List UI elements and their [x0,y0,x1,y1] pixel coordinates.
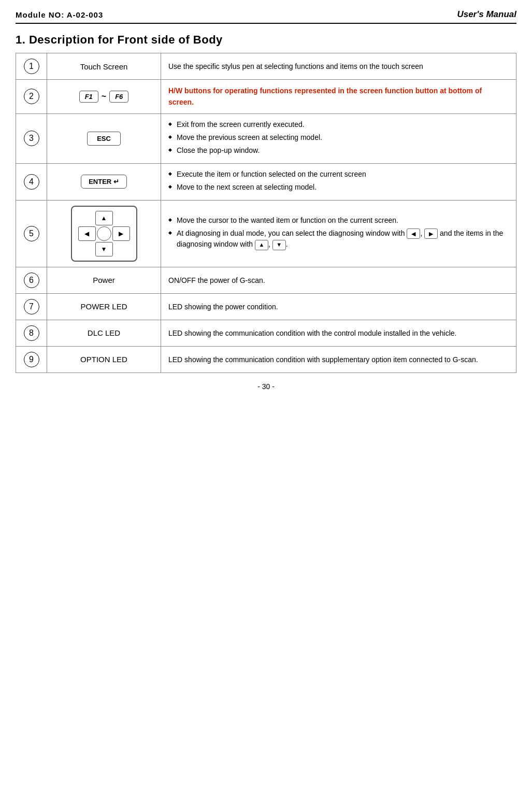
row-desc: Exit from the screen currently executed.… [161,113,516,163]
row-num: 8 [16,320,47,346]
row-num: 1 [16,53,47,80]
bullet-item: Move to the next screen at selecting mod… [168,182,509,193]
dpad-top-row: ▲ [95,211,113,225]
circle-number: 2 [24,89,39,104]
row-desc: Use the specific stylus pen at selecting… [161,53,516,80]
dpad-bullet-1: Move the cursor to the wanted item or fu… [168,215,509,226]
circle-number: 4 [24,174,39,190]
row-label: ESC [47,113,161,163]
circle-number: 7 [24,299,39,314]
tilde: ~ [102,92,106,101]
bullet-item: Move the previous screen at selecting mo… [168,132,509,143]
row-label: ENTER ↵ [47,163,161,200]
table-row: 5 ▲ ◀ ▶ ▼ Move the cursor [16,200,516,267]
row-num: 6 [16,267,47,293]
bullet-item: Execute the item or function selected on… [168,169,509,180]
row-desc: H/W buttons for operating functions repr… [161,80,516,114]
row-label: Power [47,267,161,293]
label-text: Power [93,276,115,284]
circle-number: 6 [24,273,39,288]
row-label: ▲ ◀ ▶ ▼ [47,200,161,267]
dpad-center-button [97,226,111,241]
dpad-bottom-row: ▼ [95,242,113,256]
dpad-down-button: ▼ [95,242,113,256]
module-no: Module NO: A-02-003 [16,10,103,19]
main-table: 1Touch ScreenUse the specific stylus pen… [16,53,516,373]
desc-text: ON/OFF the power of G-scan. [168,275,509,286]
bullet-item: Exit from the screen currently executed. [168,119,509,130]
label-text: POWER LED [80,302,127,311]
table-row: 7POWER LEDLED showing the power conditio… [16,293,516,320]
row-desc: ON/OFF the power of G-scan. [161,267,516,293]
dpad-bullet-list: Move the cursor to the wanted item or fu… [168,215,509,250]
row-num: 7 [16,293,47,320]
circle-number: 9 [24,352,39,367]
row-label: OPTION LED [47,346,161,373]
row-desc: Move the cursor to the wanted item or fu… [161,200,516,267]
desc-text: Use the specific stylus pen at selecting… [168,61,509,72]
f6-button: F6 [109,91,128,103]
table-row: 3ESCExit from the screen currently execu… [16,113,516,163]
label-text: Touch Screen [80,62,128,71]
bullet-list: Execute the item or function selected on… [168,169,509,193]
desc-text: LED showing the communication condition … [168,327,509,339]
dpad-left-button: ◀ [78,226,96,241]
row-desc: LED showing the communication condition … [161,320,516,346]
dpad-up-button: ▲ [95,211,113,225]
left-inline-btn: ◀ [407,228,420,239]
bullet-list: Exit from the screen currently executed.… [168,119,509,156]
row-desc: Execute the item or function selected on… [161,163,516,200]
right-inline-btn: ▶ [424,228,438,239]
row-num: 9 [16,346,47,373]
table-row: 1Touch ScreenUse the specific stylus pen… [16,53,516,80]
table-row: 4ENTER ↵Execute the item or function sel… [16,163,516,200]
dpad-middle-row: ◀ ▶ [78,226,130,241]
circle-number: 1 [24,59,39,74]
page-header: Module NO: A-02-003 User's Manual [16,9,516,24]
f1-button: F1 [79,91,98,103]
label-text: OPTION LED [80,355,127,364]
row-label: POWER LED [47,293,161,320]
desc-text: LED showing the power condition. [168,301,509,312]
manual-title: User's Manual [457,9,516,20]
row-label: Touch Screen [47,53,161,80]
dpad-wrapper: ▲ ◀ ▶ ▼ [71,206,137,262]
row-label: DLC LED [47,320,161,346]
label-text: DLC LED [88,328,120,337]
row-desc: LED showing the power condition. [161,293,516,320]
esc-button: ESC [87,132,121,146]
circle-number: 5 [24,226,39,241]
down-inline-btn: ▼ [272,240,286,250]
row-num: 2 [16,80,47,114]
table-row: 6PowerON/OFF the power of G-scan. [16,267,516,293]
row-num: 5 [16,200,47,267]
row-num: 4 [16,163,47,200]
row-label: F1 ~ F6 [47,80,161,114]
table-row: 2 F1 ~ F6 H/W buttons for operating func… [16,80,516,114]
dpad-right-button: ▶ [112,226,130,241]
bullet-item: Close the pop-up window. [168,145,509,156]
desc-red-text: H/W buttons for operating functions repr… [168,85,509,108]
row-desc: LED showing the communication condition … [161,346,516,373]
circle-number: 8 [24,325,39,341]
row-num: 3 [16,113,47,163]
table-row: 9OPTION LEDLED showing the communication… [16,346,516,373]
circle-number: 3 [24,131,39,146]
dpad-bullet-2: At diagnosing in dual mode, you can sele… [168,228,509,250]
desc-text: LED showing the communication condition … [168,354,509,365]
table-row: 8DLC LEDLED showing the communication co… [16,320,516,346]
page-number: - 30 - [16,382,516,391]
dpad: ▲ ◀ ▶ ▼ [78,211,130,256]
section-title: 1. Description for Front side of Body [16,33,516,47]
f1-f6-buttons: F1 ~ F6 [54,91,153,103]
up-inline-btn: ▲ [255,240,268,250]
enter-button: ENTER ↵ [81,175,127,189]
